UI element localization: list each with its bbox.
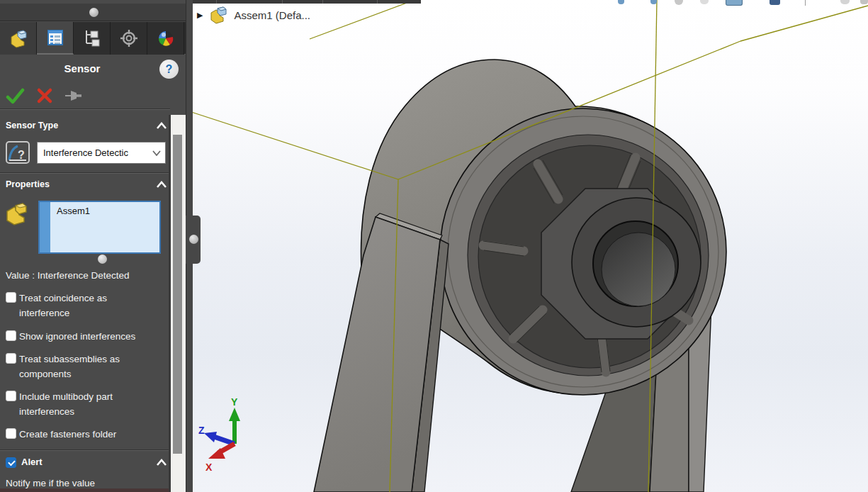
feature-manager-tree-icon	[9, 28, 28, 48]
triad-x-label: X	[205, 462, 213, 473]
entities-to-monitor-icon	[4, 201, 31, 227]
dropdown-chevron-icon[interactable]	[148, 142, 165, 163]
collapse-chevron-icon[interactable]	[156, 121, 167, 130]
property-manager-icon	[46, 28, 64, 47]
left-fork-arm	[314, 213, 449, 492]
tab-configuration-manager[interactable]	[74, 22, 111, 55]
toolbar-fragment-icon	[770, 0, 780, 5]
panel-scrollbar-thumb[interactable]	[173, 135, 182, 454]
checkbox-unchecked[interactable]	[6, 353, 16, 364]
alert-section-header[interactable]: Alert	[6, 456, 43, 468]
panel-actions	[6, 85, 83, 106]
dimxpert-manager-icon	[119, 28, 139, 48]
panel-title: Sensor	[0, 62, 164, 74]
flyout-expand-arrow[interactable]: ▶	[197, 11, 203, 20]
triad-z-label: Z	[198, 425, 205, 436]
sensor-type-icon: ?	[5, 140, 30, 164]
checkbox-unchecked[interactable]	[6, 428, 16, 439]
tab-feature-manager[interactable]	[0, 22, 37, 55]
tab-property-manager[interactable]	[37, 22, 74, 55]
checkbox-row[interactable]: Treat subassemblies as components	[6, 352, 156, 381]
listbox-selection-strip	[40, 202, 50, 252]
section-divider	[0, 449, 170, 451]
collapse-chevron-icon[interactable]	[156, 180, 167, 189]
alert-label: Alert	[21, 457, 43, 467]
checkbox-row[interactable]: Show ignored interferences	[6, 329, 156, 344]
sensor-type-dropdown[interactable]: Interference Detectic	[37, 142, 166, 164]
panel-splitter-handle[interactable]	[186, 216, 201, 264]
assembly-3d-model: Y Z X	[188, 0, 868, 492]
panel-drag-strip[interactable]	[0, 4, 188, 21]
alert-checkbox-checked[interactable]	[6, 457, 16, 468]
svg-text:?: ?	[18, 149, 25, 161]
keep-visible-pin-button[interactable]	[64, 87, 83, 104]
cancel-button[interactable]	[36, 87, 53, 104]
checkbox-row[interactable]: Include multibody part interferences	[6, 389, 156, 419]
configuration-manager-icon	[83, 29, 101, 47]
toolbar-fragment-icon	[726, 0, 743, 6]
hub-bore-inner	[602, 233, 675, 306]
checkbox-unchecked[interactable]	[6, 391, 16, 401]
monitored-entities-listbox[interactable]: Assem1	[38, 201, 161, 254]
assembly-icon	[209, 6, 227, 24]
sensor-type-dropdown-value: Interference Detectic	[38, 147, 148, 158]
checkbox-label: Include multibody part interferences	[19, 389, 156, 419]
alert-notify-text: Notify me if the value	[6, 478, 95, 488]
sensor-type-header[interactable]: Sensor Type	[6, 121, 58, 130]
properties-header[interactable]: Properties	[6, 179, 50, 189]
cropped-bottom-strip	[0, 488, 170, 492]
checkbox-unchecked[interactable]	[6, 330, 16, 341]
tab-dimxpert-manager[interactable]	[111, 22, 147, 55]
checkbox-label: Create fasteners folder	[19, 427, 116, 442]
checkbox-row[interactable]: Treat coincidence as interference	[6, 291, 156, 320]
section-divider	[0, 108, 170, 110]
checkbox-label: Treat coincidence as interference	[19, 291, 156, 320]
sensor-value-text: Value : Interference Detected	[6, 270, 130, 281]
toolbar-fragment-icon	[860, 0, 868, 4]
property-manager-panel: Sensor ? Sensor Type	[0, 0, 188, 492]
triad-y-label: Y	[231, 396, 238, 408]
toolbar-separator	[805, 0, 806, 6]
splitter-handle-dot[interactable]	[189, 235, 198, 244]
listbox-resize-handle[interactable]	[98, 255, 107, 264]
ok-button[interactable]	[6, 87, 25, 105]
section-divider	[0, 172, 170, 174]
manager-tab-bar	[0, 22, 188, 55]
orientation-triad: Y Z X	[198, 396, 240, 473]
flyout-root-node[interactable]: Assem1 (Defa...	[234, 9, 310, 21]
panel-scrollbar-track[interactable]	[171, 115, 186, 492]
monitored-entity-item[interactable]: Assem1	[50, 202, 90, 252]
checkbox-unchecked[interactable]	[6, 292, 16, 303]
checkbox-row[interactable]: Create fasteners folder	[6, 427, 156, 442]
panel-title-row: Sensor ?	[0, 55, 188, 84]
flyout-feature-tree: ▶ Assem1 (Defa...	[197, 6, 310, 24]
panel-drag-handle[interactable]	[89, 8, 98, 17]
collapse-chevron-icon[interactable]	[156, 458, 167, 466]
display-manager-icon	[157, 29, 175, 47]
tab-display-manager[interactable]	[147, 22, 184, 55]
checkbox-label: Treat subassemblies as components	[19, 352, 156, 381]
graphics-viewport[interactable]: Y Z X ▶ Assem1 (Defa...	[188, 0, 868, 492]
checkbox-label: Show ignored interferences	[19, 329, 135, 344]
solidworks-window: Y Z X ▶ Assem1 (Defa...	[0, 0, 868, 492]
help-button[interactable]: ?	[159, 60, 179, 79]
